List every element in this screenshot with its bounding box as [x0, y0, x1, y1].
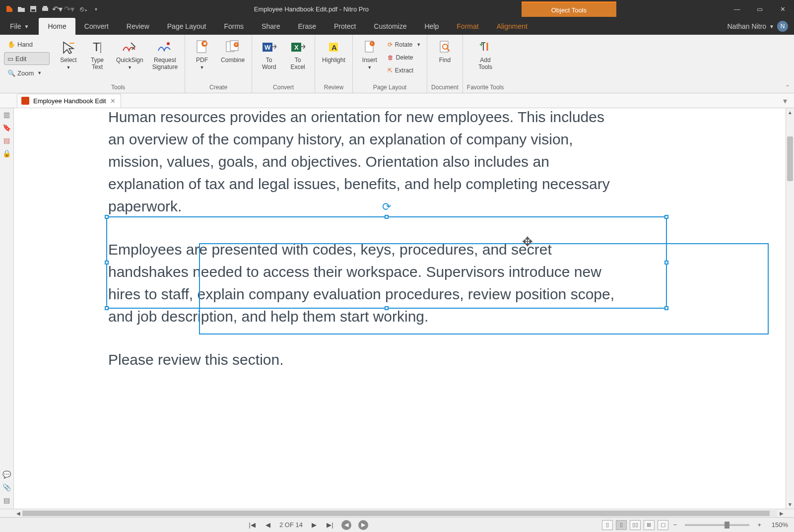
horizontal-scrollbar[interactable]: ◀ ▶	[14, 509, 786, 517]
print-icon[interactable]	[40, 3, 51, 14]
svg-text:X: X	[294, 44, 299, 51]
maximize-button[interactable]: ▭	[748, 0, 771, 18]
pdf-button[interactable]: ✱ PDF▼	[189, 37, 215, 71]
add-tools-button[interactable]: + Add Tools	[472, 37, 498, 71]
menu-help[interactable]: Help	[416, 18, 448, 35]
menu-home[interactable]: Home	[39, 18, 75, 35]
resize-handle-n[interactable]	[385, 215, 389, 219]
ribbon-group-document-label: Document	[431, 83, 459, 93]
menu-convert[interactable]: Convert	[75, 18, 118, 35]
pdf-file-icon	[21, 97, 29, 105]
scroll-left-icon[interactable]: ◀	[14, 509, 22, 518]
pdf-icon: ✱	[194, 39, 210, 56]
layers-panel-icon[interactable]: ▤	[2, 136, 11, 145]
menu-erase[interactable]: Erase	[289, 18, 325, 35]
save-icon[interactable]	[28, 3, 39, 14]
hscroll-thumb[interactable]	[22, 511, 770, 516]
request-signature-button[interactable]: Request Signature	[149, 37, 181, 71]
rotate-handle-icon[interactable]: ⟳	[382, 200, 391, 213]
close-tab-icon[interactable]: ✕	[110, 97, 116, 105]
cursor-click-icon: ▭	[7, 55, 13, 63]
vertical-scrollbar[interactable]: ▲ ▼	[786, 108, 794, 509]
user-menu[interactable]: Nathan Nitro ▼ N	[722, 18, 794, 35]
menu-forms[interactable]: Forms	[215, 18, 253, 35]
ribbon: ✋Hand ▭Edit 🔍Zoom▼ Select▼ T Type Text Q…	[0, 35, 794, 93]
zoom-in-icon[interactable]: +	[755, 521, 763, 529]
ribbon-group-favorite-label: Favorite Tools	[467, 83, 504, 93]
open-icon[interactable]	[16, 3, 27, 14]
resize-handle-w[interactable]	[105, 261, 109, 265]
nav-back-icon[interactable]: ◀	[341, 520, 351, 530]
to-word-button[interactable]: W To Word	[256, 37, 282, 71]
menu-format[interactable]: Format	[448, 18, 487, 35]
security-panel-icon[interactable]: 🔒	[2, 149, 11, 158]
ribbon-group-page-layout: + Insert▼ ⟳Rotate▼ 🗑Delete ⇱Extract Page…	[353, 35, 427, 93]
edit-tool[interactable]: ▭Edit	[4, 52, 50, 65]
last-page-icon[interactable]: ▶|	[326, 521, 334, 530]
hand-tool[interactable]: ✋Hand	[4, 38, 50, 51]
first-page-icon[interactable]: |◀	[248, 521, 257, 530]
comments-panel-icon[interactable]: 💬	[2, 470, 11, 479]
menu-page-layout[interactable]: Page Layout	[158, 18, 215, 35]
attachments-panel-icon[interactable]: 📎	[2, 483, 11, 492]
resize-handle-sw[interactable]	[105, 306, 109, 310]
view-facing-icon[interactable]: ▯▯	[630, 520, 641, 530]
ribbon-group-tools: Select▼ T Type Text QuickSign▼ Request S…	[52, 35, 185, 93]
status-bar: |◀ ◀ 2 OF 14 ▶ ▶| ◀ ▶ ▯ ▯ ▯▯ ⊞ ▢ − + 150…	[0, 517, 794, 532]
output-panel-icon[interactable]: ▤	[2, 496, 11, 505]
close-button[interactable]: ✕	[771, 0, 794, 18]
view-continuous-icon[interactable]: ▯	[616, 520, 627, 530]
page-view[interactable]: Human resources provides an orientation …	[14, 108, 786, 509]
menu-review[interactable]: Review	[118, 18, 158, 35]
select-button[interactable]: Select▼	[56, 37, 81, 71]
hscroll-track[interactable]	[22, 510, 777, 517]
scroll-right-icon[interactable]: ▶	[777, 509, 786, 518]
zoom-slider-knob[interactable]	[725, 522, 729, 529]
highlight-button[interactable]: A Highlight	[319, 37, 348, 64]
menu-share[interactable]: Share	[253, 18, 289, 35]
undo-icon[interactable]: ↶▾	[52, 3, 63, 14]
view-single-icon[interactable]: ▯	[602, 520, 613, 530]
ribbon-group-favorite: + Add Tools Favorite Tools	[463, 35, 508, 93]
resize-handle-ne[interactable]	[664, 215, 668, 219]
next-page-icon[interactable]: ▶	[310, 521, 319, 530]
redo-icon[interactable]: ↷▾	[64, 3, 74, 14]
quicksign-button[interactable]: QuickSign▼	[113, 37, 146, 71]
minimize-button[interactable]: —	[726, 0, 748, 18]
scroll-up-icon[interactable]: ▲	[786, 108, 794, 117]
to-excel-button[interactable]: X To Excel	[285, 37, 311, 71]
zoom-out-icon[interactable]: −	[671, 521, 679, 529]
zoom-tool[interactable]: 🔍Zoom▼	[4, 66, 50, 79]
menu-file[interactable]: File▼	[0, 18, 39, 35]
zoom-percentage[interactable]: 150%	[766, 521, 788, 529]
zoom-slider[interactable]	[685, 524, 749, 526]
document-tab[interactable]: Employee Handbook Edit ✕	[17, 94, 121, 108]
page-counter[interactable]: 2 OF 14	[279, 521, 303, 529]
menu-customize[interactable]: Customize	[365, 18, 415, 35]
find-button[interactable]: Find	[432, 37, 458, 64]
vscroll-thumb[interactable]	[787, 136, 793, 181]
paragraph-3: Please review this section.	[108, 348, 619, 371]
combine-button[interactable]: + Combine	[218, 37, 248, 64]
resize-handle-nw[interactable]	[105, 215, 109, 219]
view-fullscreen-icon[interactable]: ▢	[658, 520, 668, 530]
menu-protect[interactable]: Protect	[325, 18, 365, 35]
qat-more-icon[interactable]: ▾	[90, 3, 101, 14]
vscroll-track[interactable]	[786, 117, 794, 500]
pages-panel-icon[interactable]: ▥	[2, 110, 11, 119]
rotate-button[interactable]: ⟳Rotate▼	[386, 39, 423, 51]
scroll-down-icon[interactable]: ▼	[786, 500, 794, 509]
ribbon-collapse-icon[interactable]: ⌃	[785, 84, 790, 91]
bookmarks-panel-icon[interactable]: 🔖	[2, 123, 11, 132]
extract-button[interactable]: ⇱Extract	[386, 65, 423, 76]
menu-alignment[interactable]: Alignment	[488, 18, 536, 35]
delete-button[interactable]: 🗑Delete	[386, 52, 423, 64]
tab-options-icon[interactable]: ▾	[783, 96, 787, 106]
nav-forward-icon[interactable]: ▶	[358, 520, 368, 530]
qat-customize-icon[interactable]: ⎋▾	[78, 3, 89, 14]
prev-page-icon[interactable]: ◀	[264, 521, 272, 530]
view-facing-continuous-icon[interactable]: ⊞	[644, 520, 655, 530]
insert-button[interactable]: + Insert▼	[357, 37, 383, 71]
type-text-button[interactable]: T Type Text	[84, 37, 110, 71]
select-label: Select	[60, 57, 76, 64]
